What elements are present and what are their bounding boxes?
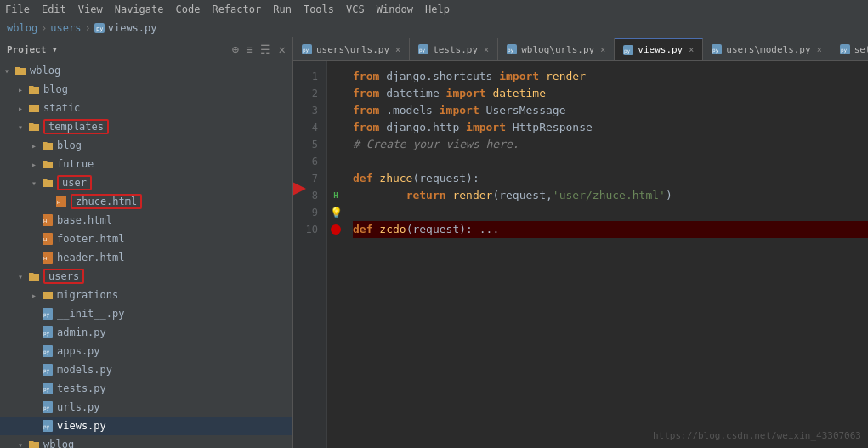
tab-views[interactable]: pyviews.py× [615,38,703,60]
sidebar-item-wblog-root[interactable]: ▾wblog [0,61,292,80]
svg-text:py: py [624,48,631,54]
menu-refactor[interactable]: Refactor [212,3,261,15]
code-line-5[interactable]: # Create your views here. [353,136,868,153]
sidebar-item-footer-html[interactable]: Hfooter.html [0,230,292,248]
code-line-1[interactable]: from django.shortcuts import render [353,68,868,85]
token: ( [412,170,419,187]
tree-label: wblog [43,439,74,448]
token: from [353,85,386,102]
token: return [406,187,453,204]
code-line-9[interactable] [353,204,868,221]
tab-tests[interactable]: pytests.py× [410,38,498,60]
py-icon: py [41,363,54,377]
token: datetime [492,85,546,102]
tree-label: urls.py [57,401,100,413]
tree-arrow: ▸ [27,157,41,171]
tree-label: models.py [57,364,112,376]
token: zcdo [379,221,406,238]
fold-marker: H [333,191,338,200]
code-line-2[interactable]: from datetime import datetime [353,85,868,102]
tab-settings[interactable]: pysettings.py× [831,38,868,60]
code-line-7[interactable]: def zhuce(request): [353,170,868,187]
token: from [353,68,386,85]
code-line-3[interactable]: from .models import UsersMessage [353,102,868,119]
sidebar-item-__init__-py[interactable]: py__init__.py [0,304,292,323]
menu-file[interactable]: File [5,3,30,15]
sidebar-item-wblog-sub[interactable]: ▾wblog [0,435,292,448]
tree-label: footer.html [57,233,124,245]
code-line-10[interactable]: def zcdo(request): ... [353,221,868,238]
token: ( [492,187,499,204]
sidebar-item-apps-py[interactable]: pyapps.py [0,342,292,360]
menu-view[interactable]: View [78,3,103,15]
menu-tools[interactable]: Tools [304,3,334,15]
line-number-5: 5 [293,136,321,153]
sidebar-item-views-py[interactable]: pyviews.py [0,417,292,435]
code-line-4[interactable]: from django.http import HttpResponse [353,119,868,136]
lightbulb-icon: 💡 [330,207,343,218]
menu-run[interactable]: Run [273,3,292,15]
tab-users-models[interactable]: pyusers\models.py× [703,38,831,60]
tree-arrow: ▾ [0,64,14,77]
sidebar-item-users[interactable]: ▾users [0,267,292,286]
tab-label: wblog\urls.py [521,44,594,55]
menu-edit[interactable]: Edit [42,3,66,15]
sidebar-item-tests-py[interactable]: pytests.py [0,379,292,398]
tab-close-icon[interactable]: × [689,45,694,54]
sidebar-item-admin-py[interactable]: pyadmin.py [0,323,292,342]
sidebar-item-static[interactable]: ▸static [0,99,292,117]
tab-users-urls[interactable]: pyusers\urls.py× [293,38,410,60]
gutter-marker-2 [327,85,344,102]
sidebar-item-urls-py[interactable]: pyurls.py [0,398,292,417]
svg-text:H: H [43,237,47,242]
tree-arrow: ▸ [14,101,27,115]
code-line-8[interactable]: return render(request,'user/zhuce.html') [353,187,868,204]
sidebar-tree[interactable]: ▾wblog▸blog▸static▾templates▸blog▸futrue… [0,61,292,448]
menu-help[interactable]: Help [425,3,450,15]
tab-close-icon[interactable]: × [395,45,400,54]
code-content[interactable]: from django.shortcuts import renderfrom … [344,61,868,448]
editor-area: pyusers\urls.py×pytests.py×pywblog\urls.… [293,37,868,448]
sidebar-item-templates-futrue[interactable]: ▸futrue [0,155,292,173]
tab-close-icon[interactable]: × [817,45,822,54]
tab-close-icon[interactable]: × [484,45,489,54]
tree-arrow: ▸ [27,139,41,152]
tab-label: tests.py [433,44,478,55]
tree-label: futrue [57,158,94,170]
token: request [499,187,546,204]
folder-icon [27,269,41,283]
sidebar-item-zhuce-html[interactable]: Hzhuce.html [0,192,292,211]
sidebar-item-blog[interactable]: ▸blog [0,80,292,99]
html-icon: H [41,232,54,246]
line-number-7: 7 [293,170,321,187]
sidebar-title: Project ▾ [7,44,58,55]
menu-vcs[interactable]: VCS [346,3,365,15]
line-number-10: 10 [293,221,321,238]
svg-text:py: py [43,367,50,374]
sidebar-item-templates[interactable]: ▾templates [0,117,292,136]
tree-arrow: ▾ [14,120,27,133]
tab-py-icon: py [507,44,517,54]
tree-label: zhuce.html [71,194,142,209]
sidebar-item-header-html[interactable]: Hheader.html [0,248,292,267]
tab-close-icon[interactable]: × [600,45,605,54]
gutter-marker-8: H [327,187,344,204]
tree-label: users [43,269,84,284]
sidebar-item-user[interactable]: ▾user [0,173,292,192]
sidebar-item-templates-blog[interactable]: ▸blog [0,136,292,155]
menu-navigate[interactable]: Navigate [115,3,164,15]
code-line-6[interactable] [353,153,868,170]
tab-wblog-urls[interactable]: pywblog\urls.py× [498,38,615,60]
svg-text:py: py [43,386,50,393]
menu-window[interactable]: Window [377,3,413,15]
line-number-9: 9 [293,204,321,221]
sidebar-item-models-py[interactable]: pymodels.py [0,360,292,379]
token: 'user/zhuce.html' [553,187,666,204]
tree-label: blog [57,139,82,151]
token: , [546,187,553,204]
menu-code[interactable]: Code [176,3,201,15]
code-view[interactable]: 12345678910 H💡 from django.shortcuts imp… [293,61,868,448]
gutter-marker-7 [327,170,344,187]
sidebar-item-base-html[interactable]: Hbase.html [0,211,292,230]
sidebar-item-migrations[interactable]: ▸migrations [0,286,292,304]
